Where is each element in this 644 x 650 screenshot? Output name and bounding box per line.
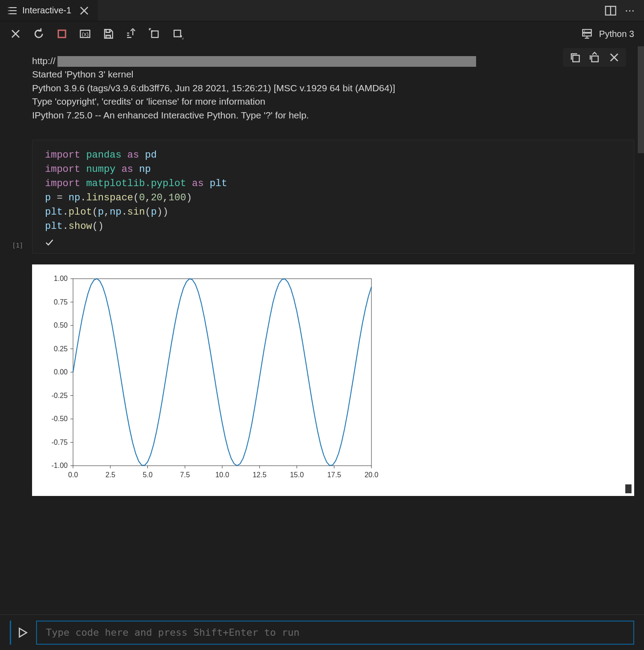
svg-text:7.5: 7.5: [180, 471, 190, 479]
interactive-toolbar: (x) Python 3: [0, 21, 644, 46]
svg-text:2.5: 2.5: [106, 471, 115, 479]
play-icon: [16, 627, 28, 638]
interactive-tab-icon: [8, 6, 18, 16]
svg-text:-0.50: -0.50: [52, 415, 68, 422]
kernel-info-line: Python 3.9.6 (tags/v3.9.6:db3ff76, Jun 2…: [32, 81, 634, 95]
kernel-selector[interactable]: Python 3: [581, 28, 634, 40]
code-input[interactable]: [36, 621, 634, 645]
expand-icon[interactable]: [149, 28, 160, 40]
svg-rect-20: [583, 29, 591, 32]
svg-text:0.75: 0.75: [54, 298, 68, 305]
more-actions-icon[interactable]: ⋯: [624, 5, 636, 16]
chart-plot: -1.00-0.75-0.50-0.250.000.250.500.751.00…: [37, 270, 385, 488]
svg-rect-18: [152, 31, 159, 38]
interrupt-icon[interactable]: [56, 28, 68, 40]
kernel-label: Python 3: [599, 29, 634, 39]
execution-count: [1]: [12, 242, 23, 249]
close-icon[interactable]: [10, 28, 21, 40]
save-icon[interactable]: [102, 28, 114, 40]
svg-text:0.00: 0.00: [54, 368, 68, 376]
svg-rect-19: [174, 30, 181, 37]
check-icon: [45, 238, 54, 247]
svg-rect-21: [583, 33, 591, 36]
tab-interactive[interactable]: Interactive-1: [0, 0, 98, 21]
svg-text:-0.25: -0.25: [52, 391, 68, 399]
svg-rect-12: [58, 30, 65, 37]
svg-text:0.25: 0.25: [54, 345, 68, 352]
output-scrollbar[interactable]: [625, 484, 632, 493]
run-button[interactable]: [10, 621, 28, 645]
variables-icon[interactable]: (x): [79, 28, 91, 40]
svg-marker-67: [20, 628, 27, 637]
close-icon[interactable]: [608, 52, 620, 63]
svg-text:(x): (x): [82, 31, 89, 37]
cell-toolbar: [563, 48, 626, 67]
redacted-url: [57, 56, 476, 67]
collapse-icon[interactable]: [172, 28, 183, 40]
svg-text:-0.75: -0.75: [52, 438, 68, 446]
svg-text:5.0: 5.0: [143, 471, 152, 479]
svg-rect-30: [73, 279, 371, 466]
svg-text:1.00: 1.00: [54, 275, 68, 282]
close-icon[interactable]: [78, 5, 90, 16]
code-cell[interactable]: [1] import pandas as pd import numpy as …: [32, 140, 634, 253]
svg-text:20.0: 20.0: [364, 471, 378, 479]
kernel-info: http:// Started 'Python 3' kernel Python…: [32, 54, 634, 122]
split-editor-icon[interactable]: [605, 5, 616, 16]
kernel-info-line: Type 'copyright', 'credits' or 'license'…: [32, 95, 634, 108]
move-up-icon[interactable]: [589, 52, 600, 63]
content-area: http:// Started 'Python 3' kernel Python…: [0, 46, 644, 614]
export-icon[interactable]: [126, 28, 137, 40]
input-bar: [0, 614, 644, 650]
vertical-scrollbar[interactable]: [638, 46, 644, 614]
svg-text:0.0: 0.0: [68, 471, 78, 479]
svg-text:0.50: 0.50: [54, 321, 68, 329]
svg-text:-1.00: -1.00: [52, 462, 68, 469]
svg-text:15.0: 15.0: [290, 471, 304, 479]
svg-text:10.0: 10.0: [215, 471, 229, 479]
kernel-url-prefix: http://: [32, 56, 56, 66]
tab-bar: Interactive-1 ⋯: [0, 0, 644, 21]
tab-bar-actions: ⋯: [605, 5, 644, 16]
copy-icon[interactable]: [569, 52, 581, 63]
cell-output: -1.00-0.75-0.50-0.250.000.250.500.751.00…: [32, 264, 634, 496]
server-icon: [581, 28, 593, 40]
svg-text:17.5: 17.5: [327, 471, 341, 479]
kernel-info-line: Started 'Python 3' kernel: [32, 68, 634, 81]
svg-rect-27: [592, 56, 599, 62]
kernel-info-line: IPython 7.25.0 -- An enhanced Interactiv…: [32, 109, 634, 122]
cell-code: import pandas as pd import numpy as np i…: [45, 148, 621, 233]
restart-icon[interactable]: [33, 28, 45, 40]
svg-rect-26: [573, 55, 579, 62]
tab-title: Interactive-1: [22, 5, 71, 16]
svg-text:12.5: 12.5: [253, 471, 266, 479]
